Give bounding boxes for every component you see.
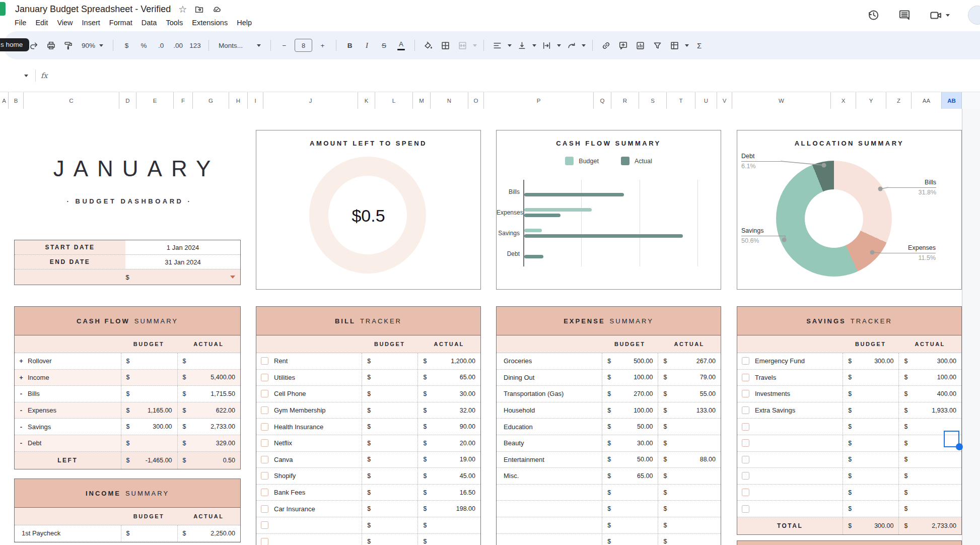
budget-cell[interactable]: $ — [121, 386, 177, 402]
video-call-caret-icon[interactable] — [946, 14, 950, 17]
budget-cell[interactable]: $30.00 — [602, 435, 658, 451]
column-header-Q[interactable]: Q — [594, 92, 611, 109]
row-label-cell[interactable]: Cell Phone — [256, 386, 362, 402]
row-checkbox[interactable] — [261, 489, 268, 496]
row-label-cell[interactable]: Health Insurance — [256, 419, 362, 435]
italic-button[interactable]: I — [360, 39, 374, 52]
actual-cell[interactable]: $ — [898, 485, 961, 501]
actual-cell[interactable]: $ — [658, 517, 721, 533]
budget-cell[interactable]: $ — [602, 517, 658, 533]
budget-cell[interactable]: $ — [121, 353, 177, 369]
insert-comment-button[interactable] — [616, 39, 630, 52]
actual-cell[interactable]: $267.00 — [658, 353, 721, 369]
sheets-logo-icon[interactable] — [0, 2, 6, 16]
merge-caret-icon[interactable] — [473, 44, 477, 47]
column-header-N[interactable]: N — [431, 92, 468, 109]
row-checkbox[interactable] — [261, 374, 268, 381]
row-checkbox[interactable] — [742, 472, 749, 480]
row-checkbox[interactable] — [261, 538, 268, 545]
redo-button[interactable] — [27, 39, 41, 52]
row-checkbox[interactable] — [261, 521, 268, 529]
actual-cell[interactable]: $30.00 — [417, 386, 480, 402]
start-date-value[interactable]: 1 Jan 2024 — [125, 240, 240, 254]
name-box-caret-icon[interactable] — [24, 75, 28, 77]
budget-cell[interactable]: $ — [362, 386, 417, 402]
actual-cell[interactable]: $19.00 — [417, 452, 480, 468]
text-wrap-caret-icon[interactable] — [557, 44, 561, 47]
row-checkbox[interactable] — [742, 423, 749, 431]
budget-cell[interactable]: $ — [843, 452, 898, 468]
column-header-V[interactable]: V — [717, 92, 732, 109]
budget-cell[interactable]: $ — [362, 419, 417, 435]
print-button[interactable] — [44, 39, 58, 52]
row-checkbox[interactable] — [261, 423, 268, 431]
insert-chart-button[interactable] — [634, 39, 647, 52]
row-label-cell[interactable]: Misc. — [497, 468, 602, 484]
row-checkbox[interactable] — [261, 472, 268, 480]
actual-cell[interactable]: $ — [658, 419, 721, 435]
decrease-font-size-button[interactable]: − — [277, 39, 291, 52]
star-icon[interactable]: ☆ — [178, 5, 187, 14]
row-label-cell[interactable] — [737, 468, 843, 484]
menu-item-tools[interactable]: Tools — [161, 18, 187, 28]
row-label-cell[interactable]: Bank Fees — [256, 485, 362, 501]
actual-cell[interactable]: $32.00 — [417, 402, 480, 419]
budget-cell[interactable]: $ — [362, 370, 417, 386]
budget-cell[interactable]: $270.00 — [602, 386, 658, 402]
budget-cell[interactable]: $ — [843, 402, 898, 419]
actual-cell[interactable]: $100.00 — [898, 370, 961, 386]
actual-cell[interactable]: $198.00 — [417, 501, 480, 517]
zoom-select[interactable]: 90% — [79, 42, 106, 49]
column-header-L[interactable]: L — [375, 92, 413, 109]
row-label-cell[interactable] — [737, 452, 843, 468]
budget-cell[interactable]: $300.00 — [121, 419, 177, 435]
column-header-J[interactable]: J — [263, 92, 358, 109]
actual-cell[interactable]: $ — [898, 452, 961, 468]
column-header-S[interactable]: S — [639, 92, 667, 109]
currency-row[interactable]: $ — [15, 269, 240, 285]
budget-cell[interactable]: $ — [121, 370, 177, 386]
cashflow-chart-card[interactable]: CASH FLOW SUMMARY BudgetActual BillsExpe… — [496, 130, 721, 290]
column-header-W[interactable]: W — [732, 92, 831, 109]
fill-handle[interactable] — [956, 443, 963, 450]
move-folder-icon[interactable] — [194, 5, 204, 14]
row-label-cell[interactable] — [256, 517, 362, 533]
row-label-cell[interactable]: Education — [497, 419, 602, 435]
column-header-AB[interactable]: AB — [942, 92, 962, 109]
menu-item-edit[interactable]: Edit — [31, 18, 52, 28]
budget-cell[interactable]: $ — [602, 501, 658, 517]
text-rotation-button[interactable] — [565, 39, 578, 52]
text-color-button[interactable]: A — [394, 39, 408, 52]
budget-cell[interactable]: $ — [602, 485, 658, 501]
row-checkbox[interactable] — [261, 406, 268, 414]
footer-actual-cell[interactable]: $2,733.00 — [898, 517, 961, 534]
actual-cell[interactable]: $20.00 — [417, 435, 480, 451]
actual-cell[interactable]: $622.00 — [177, 402, 240, 419]
actual-cell[interactable]: $1,200.00 — [417, 353, 480, 369]
actual-cell[interactable]: $ — [658, 534, 721, 545]
table-views-caret-icon[interactable] — [685, 44, 689, 47]
menu-item-format[interactable]: Format — [105, 18, 137, 28]
budget-cell[interactable]: $ — [843, 435, 898, 451]
column-header-B[interactable]: B — [9, 92, 24, 109]
column-header-Z[interactable]: Z — [886, 92, 912, 109]
actual-cell[interactable]: $1,933.00 — [898, 402, 961, 419]
format-currency-button[interactable]: $ — [120, 39, 133, 52]
name-box[interactable] — [0, 75, 32, 77]
actual-cell[interactable]: $ — [898, 468, 961, 484]
budget-cell[interactable]: $ — [843, 501, 898, 517]
row-label-cell[interactable]: Transportation (Gas) — [497, 386, 602, 402]
version-history-icon[interactable] — [867, 9, 880, 22]
horizontal-align-caret-icon[interactable] — [508, 44, 512, 47]
functions-button[interactable]: Σ — [692, 39, 706, 52]
actual-cell[interactable]: $45.00 — [417, 468, 480, 484]
budget-cell[interactable]: $ — [362, 468, 417, 484]
row-label-cell[interactable]: Travels — [737, 370, 843, 386]
column-header-G[interactable]: G — [193, 92, 229, 109]
footer-budget-cell[interactable]: $300.00 — [843, 517, 898, 534]
actual-cell[interactable]: $ — [177, 353, 240, 369]
row-label-cell[interactable]: Emergency Fund — [737, 353, 843, 369]
borders-button[interactable] — [439, 39, 452, 52]
menu-item-file[interactable]: File — [10, 18, 31, 28]
budget-cell[interactable]: $ — [602, 534, 658, 545]
